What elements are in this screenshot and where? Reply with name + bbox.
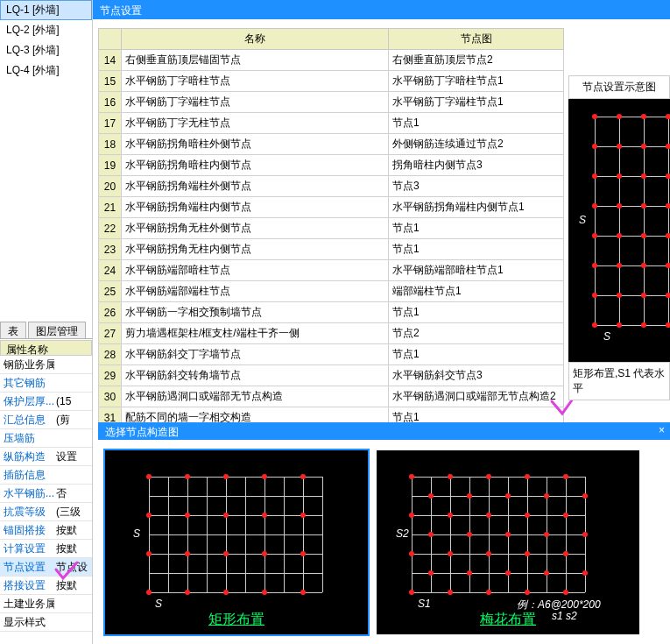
node-value-cell[interactable]: 节点2 [389, 323, 564, 344]
main-panel: 节点设置 名称 节点图 14右侧垂直筋顶层锚固节点右侧垂直筋顶层节点215水平钢… [93, 0, 670, 644]
property-row[interactable]: 抗震等级(三级 [0, 503, 92, 521]
table-row[interactable]: 22水平钢筋拐角无柱外侧节点节点1 [99, 218, 564, 239]
close-icon[interactable]: × [659, 424, 665, 436]
node-value-cell[interactable]: 水平钢筋丁字端柱节点1 [389, 92, 564, 113]
table-row[interactable]: 24水平钢筋端部暗柱节点水平钢筋端部暗柱节点1 [99, 260, 564, 281]
table-row[interactable]: 19水平钢筋拐角暗柱内侧节点拐角暗柱内侧节点3 [99, 155, 564, 176]
table-row[interactable]: 16水平钢筋丁字端柱节点水平钢筋丁字端柱节点1 [99, 92, 564, 113]
node-name-cell[interactable]: 水平钢筋拐角暗柱内侧节点 [122, 155, 389, 176]
node-value-cell[interactable]: 节点1 [389, 344, 564, 365]
node-name-cell[interactable]: 水平钢筋丁字端柱节点 [122, 92, 389, 113]
node-value-cell[interactable]: 拐角暗柱内侧节点3 [389, 155, 564, 176]
row-number: 22 [99, 218, 122, 239]
row-number: 28 [99, 344, 122, 365]
property-row[interactable]: 水平钢筋...否 [0, 485, 92, 503]
node-name-cell[interactable]: 水平钢筋一字相交预制墙节点 [122, 302, 389, 323]
node-name-cell[interactable]: 水平钢筋斜交转角墙节点 [122, 365, 389, 386]
node-value-cell[interactable]: 水平钢筋斜交节点3 [389, 365, 564, 386]
table-row[interactable]: 21水平钢筋拐角端柱内侧节点水平钢筋拐角端柱内侧节点1 [99, 197, 564, 218]
property-row[interactable]: 纵筋构造设置 [0, 448, 92, 466]
property-name: 搭接设置 [0, 578, 54, 593]
property-row[interactable]: 钢筋业务属性 [0, 356, 92, 374]
wall-item[interactable]: LQ-1 [外墙] [0, 0, 92, 20]
property-row[interactable]: 保护层厚...(15 [0, 393, 92, 411]
col-rownum [99, 29, 122, 50]
wall-item[interactable]: LQ-2 [外墙] [0, 20, 92, 40]
table-row[interactable]: 14右侧垂直筋顶层锚固节点右侧垂直筋顶层节点2 [99, 50, 564, 71]
thumb-caption: 梅花布置 [377, 611, 639, 629]
node-value-cell[interactable]: 节点1 [389, 113, 564, 134]
node-value-cell[interactable]: 右侧垂直筋顶层节点2 [389, 50, 564, 71]
layout-thumb-rect[interactable]: 矩形布置 SS [105, 450, 368, 634]
table-row[interactable]: 23水平钢筋拐角无柱内侧节点节点1 [99, 239, 564, 260]
node-name-cell[interactable]: 水平钢筋拐角暗柱外侧节点 [122, 134, 389, 155]
table-row[interactable]: 29水平钢筋斜交转角墙节点水平钢筋斜交节点3 [99, 365, 564, 386]
row-number: 26 [99, 302, 122, 323]
property-row[interactable]: 汇总信息(剪 [0, 411, 92, 429]
node-value-cell[interactable]: 水平钢筋丁字暗柱节点1 [389, 71, 564, 92]
property-value: 按默 [54, 523, 89, 538]
row-number: 19 [99, 155, 122, 176]
property-row[interactable]: 计算设置按默 [0, 540, 92, 558]
property-row[interactable]: 土建业务属性 [0, 595, 92, 613]
node-value-cell[interactable]: 节点1 [389, 218, 564, 239]
node-name-cell[interactable]: 水平钢筋丁字暗柱节点 [122, 71, 389, 92]
table-row[interactable]: 30水平钢筋遇洞口或端部无节点构造水平钢筋遇洞口或端部无节点构造2 [99, 386, 564, 407]
tab-table[interactable]: 表 [0, 322, 26, 338]
table-row[interactable]: 15水平钢筋丁字暗柱节点水平钢筋丁字暗柱节点1 [99, 71, 564, 92]
node-name-cell[interactable]: 水平钢筋拐角端柱外侧节点 [122, 176, 389, 197]
table-row[interactable]: 18水平钢筋拐角暗柱外侧节点外侧钢筋连续通过节点2 [99, 134, 564, 155]
node-name-cell[interactable]: 右侧垂直筋顶层锚固节点 [122, 50, 389, 71]
node-name-cell[interactable]: 水平钢筋端部暗柱节点 [122, 260, 389, 281]
tab-layer-mgmt[interactable]: 图层管理 [28, 322, 86, 338]
diagram-preview-title: 节点设置示意图 [568, 75, 670, 99]
property-row[interactable]: 其它钢筋 [0, 374, 92, 393]
diagram-preview-canvas: SS [568, 99, 670, 362]
wall-list: LQ-1 [外墙] LQ-2 [外墙] LQ-3 [外墙] LQ-4 [外墙] [0, 0, 92, 81]
diagram-preview-panel: 节点设置示意图 SS 矩形布置,S1 代表水平 [568, 75, 670, 400]
node-name-cell[interactable]: 水平钢筋拐角无柱内侧节点 [122, 239, 389, 260]
property-value: 节点设 [54, 560, 89, 575]
node-name-cell[interactable]: 水平钢筋端部端柱节点 [122, 281, 389, 302]
property-name: 节点设置 [0, 560, 54, 575]
row-number: 16 [99, 92, 122, 113]
node-name-cell[interactable]: 剪力墙遇框架柱/框支柱/端柱干齐一侧 [122, 323, 389, 344]
property-rows: 钢筋业务属性其它钢筋保护层厚...(15汇总信息(剪压墙筋纵筋构造设置插筋信息水… [0, 356, 92, 644]
property-row[interactable]: 搭接设置按默 [0, 577, 92, 595]
property-value: (三级 [54, 505, 89, 520]
table-row[interactable]: 17水平钢筋丁字无柱节点节点1 [99, 113, 564, 134]
node-value-cell[interactable]: 水平钢筋端部暗柱节点1 [389, 260, 564, 281]
row-number: 25 [99, 281, 122, 302]
node-name-cell[interactable]: 水平钢筋斜交丁字墙节点 [122, 344, 389, 365]
property-name: 其它钢筋 [0, 376, 54, 391]
table-row[interactable]: 20水平钢筋拐角端柱外侧节点节点3 [99, 176, 564, 197]
thumbnail-row: 矩形布置 SS 梅花布置 S1S2例：A6@200*200s1 s2 [98, 440, 670, 644]
node-value-cell[interactable]: 水平钢筋拐角端柱内侧节点1 [389, 197, 564, 218]
row-number: 29 [99, 365, 122, 386]
node-value-cell[interactable]: 水平钢筋遇洞口或端部无节点构造2 [389, 386, 564, 407]
node-value-cell[interactable]: 外侧钢筋连续通过节点2 [389, 134, 564, 155]
table-row[interactable]: 26水平钢筋一字相交预制墙节点节点1 [99, 302, 564, 323]
table-row[interactable]: 28水平钢筋斜交丁字墙节点节点1 [99, 344, 564, 365]
wall-item[interactable]: LQ-4 [外墙] [0, 60, 92, 81]
property-row[interactable]: 显示样式 [0, 613, 92, 632]
wall-item[interactable]: LQ-3 [外墙] [0, 40, 92, 60]
property-row[interactable]: 压墙筋 [0, 429, 92, 448]
node-value-cell[interactable]: 端部端柱节点1 [389, 281, 564, 302]
node-name-cell[interactable]: 水平钢筋拐角无柱外侧节点 [122, 218, 389, 239]
node-name-cell[interactable]: 水平钢筋拐角端柱内侧节点 [122, 197, 389, 218]
node-value-cell[interactable]: 节点1 [389, 239, 564, 260]
node-name-cell[interactable]: 水平钢筋遇洞口或端部无节点构造 [122, 386, 389, 407]
property-row[interactable]: 锚固搭接按默 [0, 521, 92, 540]
row-number: 17 [99, 113, 122, 134]
node-name-cell[interactable]: 水平钢筋丁字无柱节点 [122, 113, 389, 134]
property-name: 显示样式 [0, 615, 54, 630]
table-row[interactable]: 25水平钢筋端部端柱节点端部端柱节点1 [99, 281, 564, 302]
table-row[interactable]: 27剪力墙遇框架柱/框支柱/端柱干齐一侧节点2 [99, 323, 564, 344]
diagram-caption: 矩形布置,S1 代表水平 [568, 362, 670, 400]
node-value-cell[interactable]: 节点1 [389, 302, 564, 323]
property-row[interactable]: 插筋信息 [0, 466, 92, 485]
node-value-cell[interactable]: 节点3 [389, 176, 564, 197]
layout-thumb-plum[interactable]: 梅花布置 S1S2例：A6@200*200s1 s2 [377, 450, 639, 634]
property-row[interactable]: 节点设置节点设 [0, 558, 92, 577]
